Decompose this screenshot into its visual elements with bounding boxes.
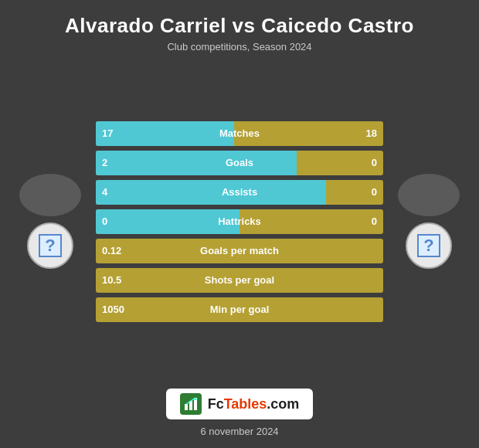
stat-right-1: 0 — [372, 157, 377, 168]
stat-row-2: 4Assists0 — [96, 180, 383, 205]
stats-col: 17Matches182Goals04Assists00Hattricks00.… — [93, 121, 386, 322]
left-question-icon: ? — [39, 234, 62, 257]
stat-left-2: 4 — [102, 186, 107, 198]
stat-left-4: 0.12 — [102, 245, 121, 256]
chart-icon — [183, 396, 199, 412]
page-wrapper: Alvarado Carriel vs Caicedo Castro Club … — [0, 0, 479, 448]
logo-red-text: Tables — [224, 396, 267, 412]
subtitle: Club competitions, Season 2024 — [15, 41, 464, 53]
stat-left-3: 0 — [102, 216, 107, 227]
logo-text: FcTables.com — [208, 396, 300, 412]
stat-right-3: 0 — [372, 216, 377, 227]
stat-label-2: Assists — [222, 186, 257, 198]
stat-row-0: 17Matches18 — [96, 121, 383, 146]
stat-label-1: Goals — [226, 157, 253, 168]
stat-row-1: 2Goals0 — [96, 151, 383, 175]
stat-label-4: Goals per match — [200, 245, 279, 256]
left-avatar: ? — [27, 222, 73, 269]
left-avatar-bg — [19, 174, 81, 216]
logo-icon — [180, 393, 202, 415]
stat-row-5: 10.5Shots per goal — [96, 268, 383, 293]
stat-label-0: Matches — [219, 127, 260, 139]
stat-row-6: 1050Min per goal — [96, 297, 383, 322]
logo-area: FcTables.com — [0, 378, 479, 426]
stat-left-0: 17 — [102, 127, 113, 139]
right-avatar: ? — [406, 222, 452, 269]
right-question-icon: ? — [417, 234, 440, 257]
footer-date: 6 november 2024 — [200, 426, 278, 448]
content-area: ? 17Matches182Goals04Assists00Hattricks0… — [0, 57, 479, 378]
header: Alvarado Carriel vs Caicedo Castro Club … — [0, 0, 479, 57]
stat-label-5: Shots per goal — [205, 274, 274, 286]
logo-box: FcTables.com — [166, 389, 314, 419]
stat-right-0: 18 — [366, 127, 377, 139]
stat-left-1: 2 — [102, 157, 107, 168]
page-title: Alvarado Carriel vs Caicedo Castro — [15, 14, 464, 38]
right-avatar-bg — [398, 174, 460, 216]
left-player-col: ? — [8, 174, 93, 269]
stat-right-2: 0 — [372, 186, 377, 198]
stat-label-6: Min per goal — [210, 304, 270, 315]
stat-label-3: Hattricks — [218, 216, 261, 227]
stat-left-6: 1050 — [102, 304, 124, 315]
stat-row-3: 0Hattricks0 — [96, 209, 383, 234]
svg-rect-0 — [185, 404, 188, 410]
stat-row-4: 0.12Goals per match — [96, 239, 383, 263]
right-player-col: ? — [386, 174, 471, 269]
stat-left-5: 10.5 — [102, 274, 121, 286]
